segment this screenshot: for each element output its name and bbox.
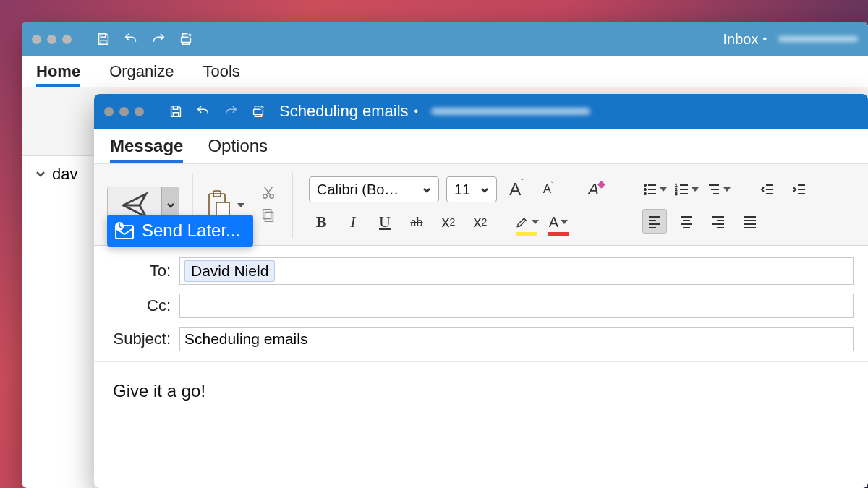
send-later-label: Send Later... bbox=[142, 221, 240, 241]
print-icon[interactable] bbox=[249, 102, 268, 121]
to-label: To: bbox=[109, 262, 171, 281]
svg-point-15 bbox=[644, 188, 646, 190]
back-ribbon-tabs: Home Organize Tools bbox=[22, 56, 868, 87]
body-text: Give it a go! bbox=[113, 381, 205, 401]
tab-organize[interactable]: Organize bbox=[109, 62, 174, 87]
align-right-button[interactable] bbox=[706, 209, 731, 234]
subject-label: Subject: bbox=[109, 330, 171, 348]
font-size-select[interactable]: 11 bbox=[446, 176, 497, 202]
svg-rect-12 bbox=[265, 212, 273, 221]
close-dot[interactable] bbox=[104, 107, 114, 116]
align-left-button[interactable] bbox=[642, 209, 667, 234]
svg-point-16 bbox=[644, 192, 646, 194]
paragraph-group: 123 bbox=[642, 177, 812, 234]
account-name-blurred bbox=[431, 108, 590, 115]
account-name-blurred bbox=[778, 36, 858, 42]
back-titlebar: Inbox • bbox=[22, 22, 868, 56]
font-color-button[interactable]: A bbox=[546, 210, 571, 234]
svg-rect-0 bbox=[182, 37, 191, 42]
minimize-dot[interactable] bbox=[119, 107, 129, 116]
folder-label: dav bbox=[52, 165, 77, 184]
svg-point-14 bbox=[644, 184, 646, 186]
compose-ribbon-tabs: Message Options bbox=[94, 129, 868, 163]
undo-icon[interactable] bbox=[194, 102, 213, 121]
increase-indent-button[interactable] bbox=[787, 177, 812, 202]
cut-icon[interactable] bbox=[260, 184, 276, 203]
close-dot[interactable] bbox=[32, 35, 41, 44]
front-titlebar: Scheduling emails • bbox=[94, 94, 868, 129]
message-header-fields: To: David Nield Cc: Subject: Scheduling … bbox=[94, 246, 868, 356]
highlighter-icon bbox=[515, 215, 529, 229]
send-later-icon bbox=[114, 221, 135, 240]
recipient-chip[interactable]: David Nield bbox=[184, 260, 275, 282]
tab-home[interactable]: Home bbox=[36, 62, 80, 87]
italic-button[interactable]: I bbox=[341, 210, 365, 234]
bold-button[interactable]: B bbox=[309, 210, 333, 234]
chevron-down-icon bbox=[480, 181, 489, 198]
chevron-down-icon bbox=[561, 220, 568, 224]
underline-button[interactable]: U bbox=[373, 210, 397, 234]
minimize-dot[interactable] bbox=[47, 35, 56, 44]
grow-font-button[interactable]: Aˆ bbox=[504, 177, 529, 202]
zoom-dot[interactable] bbox=[135, 107, 144, 116]
multilevel-list-button[interactable] bbox=[706, 177, 731, 202]
cc-input[interactable] bbox=[179, 294, 854, 318]
print-icon[interactable] bbox=[176, 30, 195, 48]
chevron-down-icon bbox=[35, 165, 46, 184]
tab-options[interactable]: Options bbox=[208, 136, 268, 163]
superscript-button[interactable]: x2 bbox=[468, 210, 493, 234]
subscript-button[interactable]: x2 bbox=[436, 210, 461, 234]
font-family-select[interactable]: Calibri (Bo… bbox=[309, 176, 439, 202]
svg-rect-3 bbox=[254, 109, 263, 114]
highlight-color-button[interactable] bbox=[514, 210, 539, 234]
window-controls bbox=[32, 35, 72, 44]
undo-icon[interactable] bbox=[122, 30, 140, 48]
tab-message[interactable]: Message bbox=[110, 136, 183, 163]
chevron-down-icon bbox=[237, 203, 244, 207]
svg-rect-13 bbox=[263, 210, 271, 219]
compose-ribbon: Send Later... Calibri (Bo… 11 bbox=[94, 163, 868, 246]
chevron-down-icon bbox=[532, 220, 539, 224]
compose-title: Scheduling emails bbox=[279, 102, 409, 121]
message-body[interactable]: Give it a go! bbox=[94, 361, 868, 420]
window-controls bbox=[104, 107, 144, 116]
subject-row: Subject: Scheduling emails bbox=[94, 322, 868, 356]
compose-window: Scheduling emails • Message Options Send… bbox=[94, 94, 868, 488]
bulleted-list-button[interactable] bbox=[642, 177, 667, 202]
strikethrough-button[interactable]: ab bbox=[404, 210, 429, 234]
save-icon[interactable] bbox=[166, 102, 185, 121]
subject-input[interactable]: Scheduling emails bbox=[179, 327, 854, 351]
align-center-button[interactable] bbox=[674, 209, 699, 234]
tab-tools[interactable]: Tools bbox=[203, 62, 239, 87]
save-icon[interactable] bbox=[94, 30, 113, 48]
cc-row: Cc: bbox=[94, 289, 868, 322]
decrease-indent-button[interactable] bbox=[755, 177, 780, 202]
copy-icon[interactable] bbox=[260, 207, 276, 226]
font-size-value: 11 bbox=[454, 181, 470, 198]
back-window-title: Inbox bbox=[723, 31, 758, 48]
cc-label: Cc: bbox=[109, 296, 171, 315]
chevron-down-icon bbox=[422, 181, 431, 198]
font-family-value: Calibri (Bo… bbox=[317, 181, 399, 198]
to-input[interactable]: David Nield bbox=[179, 257, 854, 285]
font-group: Calibri (Bo… 11 Aˆ Aˇ A◆ B I U ab x2 x2 bbox=[309, 176, 610, 234]
zoom-dot[interactable] bbox=[62, 35, 72, 44]
clear-formatting-button[interactable]: A◆ bbox=[585, 177, 610, 202]
send-later-menu-item[interactable]: Send Later... bbox=[107, 215, 253, 247]
shrink-font-button[interactable]: Aˇ bbox=[536, 177, 561, 202]
redo-icon[interactable] bbox=[149, 30, 168, 48]
redo-icon[interactable] bbox=[221, 102, 240, 121]
align-justify-button[interactable] bbox=[738, 209, 762, 234]
to-row: To: David Nield bbox=[94, 253, 868, 289]
numbered-list-button[interactable]: 123 bbox=[674, 177, 699, 202]
svg-text:3: 3 bbox=[675, 192, 678, 196]
